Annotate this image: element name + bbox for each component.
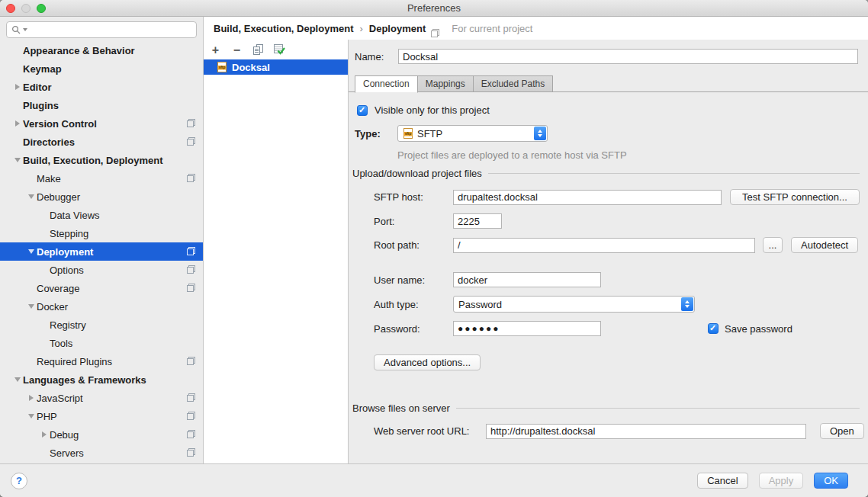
chevron-down-icon[interactable] — [28, 414, 34, 418]
browse-root-path-button[interactable]: ... — [763, 237, 783, 253]
dropdown-stepper-icon[interactable] — [534, 127, 546, 140]
chevron-right-icon[interactable] — [15, 120, 20, 127]
advanced-options-button[interactable]: Advanced options... — [374, 354, 481, 370]
settings-search-box[interactable] — [6, 21, 197, 38]
autodetect-button[interactable]: Autodetect — [791, 237, 858, 253]
type-row: Type: sftp SFTP — [355, 125, 548, 142]
scope-indicator: For current project — [439, 23, 532, 34]
sidebar-item-options[interactable]: Options — [0, 261, 203, 279]
visible-only-checkbox[interactable] — [357, 105, 368, 116]
chevron-down-icon[interactable] — [28, 194, 34, 199]
sidebar-item-coverage[interactable]: Coverage — [0, 279, 203, 297]
tab-strip: Connection Mappings Excluded Paths — [355, 75, 553, 93]
breadcrumb-part-2: Deployment — [369, 23, 426, 34]
sidebar-item-tools[interactable]: Tools — [0, 334, 203, 352]
chevron-right-icon[interactable] — [15, 84, 20, 90]
ok-button[interactable]: OK — [814, 473, 848, 489]
chevron-right-icon[interactable] — [29, 395, 34, 401]
sidebar-item-javascript[interactable]: JavaScript — [0, 389, 203, 407]
search-history-caret-icon[interactable] — [23, 28, 27, 31]
use-as-default-icon[interactable] — [274, 44, 285, 56]
sidebar-item-label: Options — [50, 265, 84, 276]
server-name: Docksal — [232, 62, 270, 73]
server-list-item-docksal[interactable]: sftp Docksal — [204, 59, 348, 75]
svg-text:sftp: sftp — [405, 132, 412, 136]
tab-connection[interactable]: Connection — [355, 75, 418, 93]
tab-mappings[interactable]: Mappings — [418, 75, 474, 92]
copy-server-icon[interactable] — [252, 44, 264, 56]
sidebar-item-docker[interactable]: Docker — [0, 297, 203, 316]
sidebar-item-stepping[interactable]: Stepping — [0, 224, 203, 242]
per-project-icon — [187, 174, 195, 182]
web-root-input[interactable] — [486, 424, 806, 439]
save-password-group: Save password — [708, 323, 792, 335]
sidebar-item-version-control[interactable]: Version Control — [0, 114, 203, 133]
sidebar-item-label: Languages & Frameworks — [23, 374, 146, 386]
svg-text:sftp: sftp — [219, 66, 226, 69]
sidebar-item-keymap[interactable]: Keymap — [0, 59, 203, 78]
dropdown-stepper-icon[interactable] — [681, 297, 693, 311]
sidebar-item-editor[interactable]: Editor — [0, 78, 203, 96]
sidebar-item-data-views[interactable]: Data Views — [0, 206, 203, 224]
tab-excluded-paths[interactable]: Excluded Paths — [474, 75, 553, 92]
sidebar-item-required-plugins[interactable]: Required Plugins — [0, 352, 203, 370]
visible-only-row: Visible only for this project — [357, 104, 490, 116]
sidebar-item-debugger[interactable]: Debugger — [0, 188, 203, 206]
per-project-icon — [431, 29, 439, 37]
sftp-host-label: SFTP host: — [374, 191, 453, 203]
sidebar-item-plugins[interactable]: Plugins — [0, 96, 203, 114]
per-project-icon — [187, 265, 195, 274]
chevron-down-icon[interactable] — [14, 158, 21, 162]
type-dropdown[interactable]: sftp SFTP — [397, 125, 548, 142]
sidebar-item-php[interactable]: PHP — [0, 407, 203, 425]
sidebar-item-registry[interactable]: Registry — [0, 316, 203, 334]
sidebar-item-label: Servers — [50, 447, 84, 459]
zoom-window-icon[interactable] — [37, 4, 46, 13]
search-input[interactable] — [30, 24, 191, 37]
sidebar-item-label: JavaScript — [37, 393, 83, 404]
chevron-right-icon[interactable] — [42, 431, 47, 438]
settings-sidebar: Appearance & Behavior Keymap Editor Plug… — [0, 17, 204, 463]
web-root-row: Web server root URL: Open — [374, 423, 864, 439]
chevron-down-icon[interactable] — [14, 377, 21, 382]
sftp-host-input[interactable] — [453, 190, 722, 205]
port-input[interactable] — [453, 213, 502, 229]
title-bar: Preferences — [0, 0, 868, 17]
preferences-dialog: Preferences Appearance & Behavior Keymap… — [0, 0, 868, 497]
root-path-label: Root path: — [374, 239, 453, 251]
chevron-down-icon[interactable] — [28, 304, 34, 309]
help-button[interactable]: ? — [11, 473, 27, 489]
chevron-down-icon[interactable] — [28, 249, 34, 254]
name-input[interactable] — [398, 49, 858, 64]
breadcrumb-part-1[interactable]: Build, Execution, Deployment — [214, 23, 353, 34]
save-password-checkbox[interactable] — [708, 323, 719, 334]
sidebar-item-deployment[interactable]: Deployment — [0, 242, 203, 261]
sidebar-item-languages-frameworks[interactable]: Languages & Frameworks — [0, 370, 203, 389]
sidebar-item-label: Data Views — [50, 210, 100, 221]
window-title: Preferences — [0, 0, 868, 16]
remove-server-icon[interactable]: − — [231, 44, 243, 56]
name-row: Name: — [355, 49, 858, 64]
open-button[interactable]: Open — [820, 423, 864, 439]
add-server-icon[interactable]: + — [210, 44, 221, 56]
breadcrumb: Build, Execution, Deployment › Deploymen… — [204, 17, 868, 40]
sidebar-item-label: Deployment — [37, 246, 93, 258]
close-window-icon[interactable] — [6, 4, 15, 13]
cancel-button[interactable]: Cancel — [697, 473, 747, 489]
password-input[interactable] — [453, 321, 601, 336]
root-path-input[interactable] — [453, 238, 755, 253]
user-name-input[interactable] — [453, 272, 601, 287]
sidebar-item-debug[interactable]: Debug — [0, 425, 203, 444]
search-icon — [11, 25, 21, 34]
auth-type-dropdown[interactable]: Password — [453, 296, 695, 313]
test-sftp-connection-button[interactable]: Test SFTP connection... — [730, 189, 860, 205]
sidebar-item-build-execution-deployment[interactable]: Build, Execution, Deployment — [0, 151, 203, 169]
sidebar-item-directories[interactable]: Directories — [0, 133, 203, 151]
sidebar-item-make[interactable]: Make — [0, 169, 203, 188]
per-project-icon — [187, 119, 195, 127]
user-name-row: User name: — [374, 272, 601, 287]
sidebar-item-appearance-behavior[interactable]: Appearance & Behavior — [0, 41, 203, 59]
sidebar-item-servers[interactable]: Servers — [0, 444, 203, 462]
dialog-footer: ? Cancel Apply OK — [0, 463, 868, 497]
apply-button[interactable]: Apply — [759, 473, 804, 489]
